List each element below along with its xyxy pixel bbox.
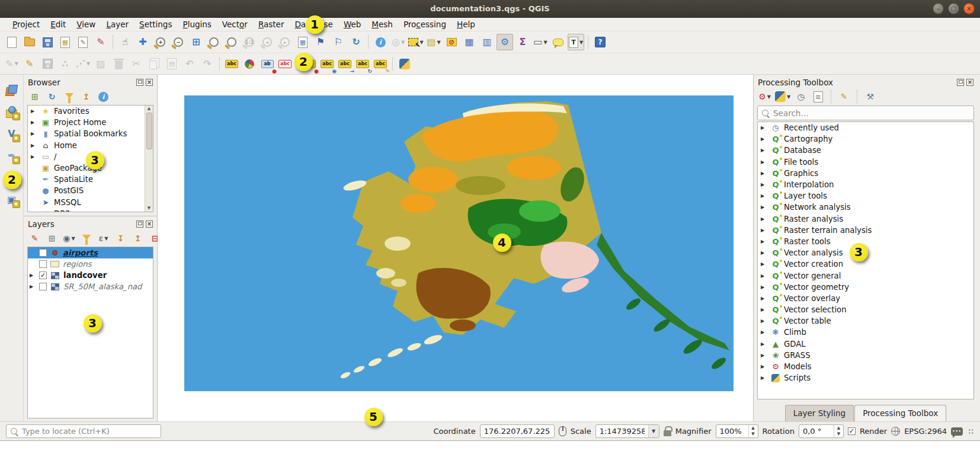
select-features-by-value-button[interactable]: ▤▼	[425, 34, 442, 50]
toolbox-item-graphics[interactable]: ▶QGraphics	[758, 168, 973, 179]
add-mesh-layer-button[interactable]: ▦	[4, 170, 20, 186]
title-bar[interactable]: documentation3.qgs - QGIS – □ ×	[0, 0, 980, 18]
open-attribute-table-button[interactable]: ▦	[461, 34, 478, 50]
menu-vector[interactable]: Vector	[217, 18, 253, 30]
toolbox-item-vector-geometry[interactable]: ▶QVector geometry	[758, 282, 973, 293]
crs-status-label[interactable]: EPSG:2964	[904, 427, 947, 436]
toolbox-item-layer-tools[interactable]: ▶QLayer tools	[758, 190, 973, 202]
layer-visibility-checkbox[interactable]	[39, 283, 47, 290]
properties-widget-button[interactable]: i	[97, 90, 110, 104]
highlight-pinned-labels-button[interactable]: abc	[277, 56, 293, 72]
dock-tab-layer-styling[interactable]: Layer Styling	[785, 405, 854, 421]
coordinate-input[interactable]	[480, 424, 555, 438]
layer-row-airports[interactable]: airports	[28, 247, 153, 258]
expand-arrow-icon[interactable]: ▶	[761, 182, 767, 187]
menu-view[interactable]: View	[71, 18, 101, 30]
menu-database[interactable]: Database	[289, 18, 338, 30]
menu-help[interactable]: Help	[451, 18, 481, 30]
scroll-down-icon[interactable]: ▼	[145, 205, 153, 212]
add-raster-layer-button[interactable]	[4, 104, 20, 120]
scroll-thumb[interactable]	[146, 113, 152, 149]
menu-web[interactable]: Web	[338, 18, 366, 30]
expand-arrow-icon[interactable]: ▶	[761, 364, 767, 369]
scripts-menu-button[interactable]: ▼	[775, 90, 790, 104]
deselect-features-button[interactable]: ⊘	[443, 34, 460, 50]
expand-arrow-icon[interactable]: ▶	[30, 273, 36, 278]
menu-raster[interactable]: Raster	[253, 18, 290, 30]
expand-arrow-icon[interactable]: ▶	[31, 108, 37, 114]
menu-mesh[interactable]: Mesh	[366, 18, 398, 30]
refresh-map-button[interactable]: ↻	[348, 34, 364, 50]
menu-project[interactable]: Project	[7, 18, 45, 30]
expand-arrow-icon[interactable]: ▶	[761, 330, 767, 335]
style-manager-button[interactable]: ✎	[92, 34, 109, 50]
expand-arrow-icon[interactable]: ▶	[761, 307, 767, 312]
scrollbar[interactable]: ▲ ▼	[145, 106, 153, 212]
toolbox-item-vector-creation[interactable]: ▶QVector creation	[758, 258, 973, 270]
menu-layer[interactable]: Layer	[101, 18, 134, 30]
browser-item-db2[interactable]: ▮DB2	[28, 208, 144, 212]
filter-legend-button[interactable]	[79, 232, 93, 245]
float-panel-icon[interactable]	[136, 220, 143, 228]
collapse-all-button[interactable]: ↥	[79, 90, 93, 104]
select-features-by-value-button-dropdown-icon[interactable]: ▼	[437, 40, 440, 45]
close-panel-icon[interactable]: ×	[146, 220, 153, 228]
toolbox-item-raster-tools[interactable]: ▶QRaster tools	[758, 236, 973, 247]
expand-arrow-icon[interactable]: ▶	[761, 296, 767, 301]
toolbox-item-recently-used[interactable]: ▶◷Recently used	[758, 122, 973, 133]
expand-arrow-icon[interactable]: ▶	[31, 143, 37, 148]
toolbox-item-raster-terrain-analysis[interactable]: ▶QRaster terrain analysis	[758, 225, 973, 236]
layer-row-landcover[interactable]: ▶✓landcover	[28, 270, 153, 281]
lock-scale-icon[interactable]	[664, 430, 671, 436]
statistical-summary-button[interactable]: Σ	[514, 34, 531, 50]
open-project-button[interactable]	[21, 34, 38, 50]
show-hide-labels-button[interactable]: abc◉	[319, 56, 335, 72]
messages-icon[interactable]	[951, 427, 963, 436]
expand-arrow-icon[interactable]: ▶	[761, 239, 767, 244]
expand-arrow-icon[interactable]: ▶	[761, 148, 767, 153]
measure-line-button-dropdown-icon[interactable]: ▼	[543, 40, 547, 45]
identify-features-button[interactable]: i	[372, 34, 389, 50]
manage-map-themes-button[interactable]: ◉▼	[62, 232, 76, 245]
browser-item-spatialite[interactable]: ✒SpatiaLite	[28, 174, 144, 185]
zoom-to-selection-button[interactable]	[206, 34, 222, 50]
expand-arrow-icon[interactable]: ▶	[761, 285, 767, 290]
render-checkbox[interactable]: ✓	[848, 427, 856, 435]
layer-visibility-checkbox[interactable]: ✓	[39, 271, 47, 279]
layer-diagram-options-button[interactable]	[241, 56, 258, 72]
filter-by-expression-button[interactable]: ε▼	[97, 232, 110, 245]
mouse-extents-icon[interactable]	[559, 426, 566, 436]
menu-settings[interactable]: Settings	[134, 18, 177, 30]
results-viewer-button[interactable]: ≡	[811, 90, 825, 104]
toolbox-item-vector-overlay[interactable]: ▶QVector overlay	[758, 293, 973, 304]
menu-plugins[interactable]: Plugins	[177, 18, 216, 30]
current-edits-button-dropdown-icon[interactable]: ▼	[15, 61, 18, 66]
add-vector-layer-button[interactable]: V	[4, 126, 20, 142]
expand-arrow-icon[interactable]: ▶	[761, 228, 767, 233]
float-panel-icon[interactable]	[957, 79, 964, 86]
toolbox-item-grass[interactable]: ▶❀GRASS	[758, 350, 973, 361]
toolbox-item-database[interactable]: ▶QDatabase	[758, 145, 973, 156]
zoom-in-button[interactable]: +	[152, 34, 169, 50]
toolbox-item-raster-analysis[interactable]: ▶QRaster analysis	[758, 213, 973, 225]
maximize-button[interactable]: □	[948, 3, 959, 14]
map-tips-button[interactable]	[550, 34, 566, 50]
pin-unpin-labels-button[interactable]: ab●	[301, 56, 318, 72]
close-panel-icon[interactable]: ×	[966, 79, 973, 86]
collapse-all-layers-button[interactable]: ↥	[131, 232, 145, 245]
zoom-to-layer-button[interactable]	[223, 34, 240, 50]
toolbox-item-file-tools[interactable]: ▶QFile tools	[758, 156, 973, 168]
expand-arrow-icon[interactable]: ▶	[761, 353, 767, 358]
show-layout-manager-button[interactable]: ✎	[75, 34, 91, 50]
expand-arrow-icon[interactable]: ▶	[761, 171, 767, 176]
expand-arrow-icon[interactable]: ▶	[761, 375, 767, 381]
add-group-button[interactable]: ⊞	[45, 232, 59, 245]
close-panel-icon[interactable]: ×	[146, 79, 153, 86]
toolbox-item-vector-table[interactable]: ▶QVector table	[758, 315, 973, 327]
manage-map-themes-button-dropdown-icon[interactable]: ▼	[72, 236, 75, 241]
filter-by-expression-button-dropdown-icon[interactable]: ▼	[104, 236, 108, 241]
layer-visibility-checkbox[interactable]	[39, 260, 47, 268]
refresh-browser-button[interactable]: ↻	[45, 90, 59, 104]
expand-arrow-icon[interactable]: ▶	[31, 131, 37, 136]
toolbox-item-vector-general[interactable]: ▶QVector general	[758, 270, 973, 281]
